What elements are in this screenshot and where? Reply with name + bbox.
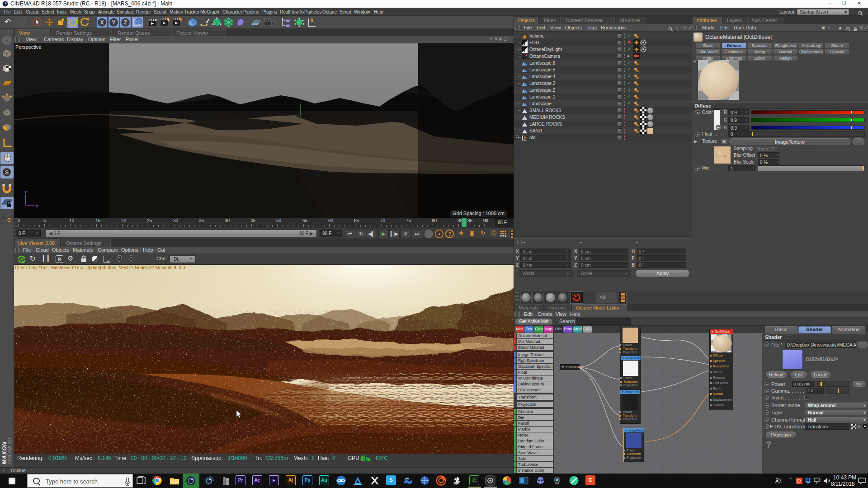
svg-text:X: X bbox=[100, 19, 104, 26]
svg-text:0: 0 bbox=[311, 18, 313, 23]
svg-text:Y: Y bbox=[112, 19, 115, 26]
svg-text:S: S bbox=[5, 169, 9, 176]
svg-text:Z: Z bbox=[124, 19, 127, 26]
svg-text:Y: Y bbox=[24, 190, 27, 195]
svg-text:X: X bbox=[36, 204, 38, 208]
svg-text:0: 0 bbox=[524, 136, 526, 139]
